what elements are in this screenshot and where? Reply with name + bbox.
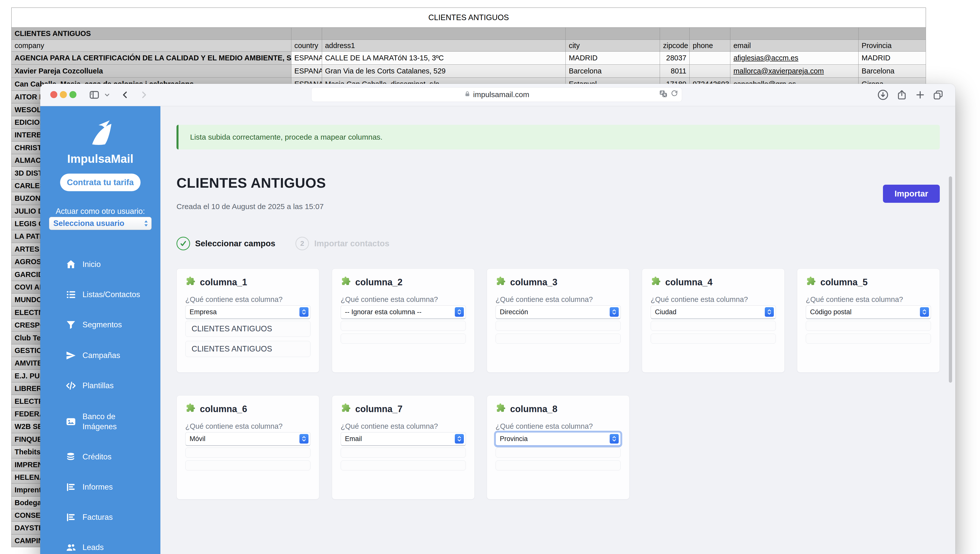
table-row: Xavier Pareja CozcolluelaESPANAGran Via … [11, 65, 926, 78]
user-select-value: Selecciona usuario [53, 219, 124, 228]
puzzle-icon [806, 276, 816, 289]
sidebar-item-informes[interactable]: Informes [65, 479, 113, 495]
card-title: columna_2 [340, 276, 402, 289]
brand-name: ImpulsaMail [40, 152, 161, 166]
column-type-select-columna_1[interactable]: Empresa [185, 305, 310, 319]
band-cell [566, 28, 660, 40]
home-icon [65, 259, 76, 270]
forward-button[interactable] [139, 84, 149, 106]
chevron-down-icon[interactable] [103, 84, 111, 106]
translate-icon[interactable] [659, 90, 668, 100]
card-title-text: columna_6 [200, 404, 247, 414]
band-cell: CLIENTES ANTIGUOS [11, 28, 291, 40]
column-type-select-columna_2[interactable]: -- Ignorar esta columna -- [340, 305, 466, 319]
data-cell: 8011 [660, 65, 690, 78]
column-question: ¿Qué contiene esta columna? [496, 295, 593, 304]
data-cell: Gran Via de les Corts Catalanes, 529 [322, 65, 566, 78]
card-title-text: columna_8 [510, 404, 557, 414]
card-title: columna_5 [806, 276, 868, 289]
sidebar-item-leads[interactable]: Leads [65, 540, 103, 554]
band-cell [859, 28, 926, 40]
data-cell: mallorca@xavierpareja.com [730, 65, 859, 78]
band-cell [291, 28, 322, 40]
coins-icon [65, 451, 76, 462]
download-icon[interactable] [877, 84, 889, 106]
url-text: impulsamail.com [473, 90, 529, 99]
band-cell [730, 28, 859, 40]
data-cell: Xavier Pareja Cozcolluela [11, 65, 291, 78]
step1-check-icon [177, 237, 190, 250]
header-cell: country [291, 40, 322, 51]
band-cell [322, 28, 566, 40]
header-cell: email [730, 40, 859, 51]
card-title: columna_3 [496, 276, 557, 289]
header-cell: address1 [322, 40, 566, 51]
step1-label: Seleccionar campos [195, 239, 275, 248]
select-value: -- Ignorar esta columna -- [345, 308, 422, 316]
created-date: Creada el 10 de August de 2025 a las 15:… [177, 202, 324, 211]
table-row: AGENCIA PARA LA CERTIFICACIÓN DE LA CALI… [11, 51, 926, 65]
sidebar-item-segmentos[interactable]: Segmentos [65, 317, 122, 332]
card-title-text: columna_3 [510, 277, 557, 287]
back-button[interactable] [120, 84, 130, 106]
sample-value-box: CLIENTES ANTIGUOS [185, 341, 310, 357]
column-type-select-columna_4[interactable]: Ciudad [651, 305, 776, 319]
scrollbar-thumb[interactable] [949, 176, 952, 383]
close-window-button[interactable] [50, 91, 57, 98]
puzzle-icon [496, 276, 506, 289]
code-icon [65, 380, 76, 391]
contrata-tarifa-button[interactable]: Contrata tu tarifa [60, 174, 140, 191]
select-stepper-icon [455, 307, 464, 317]
select-arrows-icon [144, 220, 148, 227]
column-type-select-columna_7[interactable]: Email [340, 432, 466, 446]
select-value: Provincia [500, 435, 528, 443]
share-icon[interactable] [896, 84, 908, 106]
reload-icon[interactable] [671, 90, 678, 99]
sidebar-item-banco-de-im-genes[interactable]: Banco de Imágenes [65, 410, 145, 433]
sidebar-item-listas-contactos[interactable]: Listas/Contactos [65, 287, 140, 302]
column-type-select-columna_8[interactable]: Provincia [496, 432, 621, 446]
browser-window: impulsamail.com [40, 84, 955, 554]
puzzle-icon [340, 276, 351, 289]
header-cell: company [11, 40, 291, 51]
column-question: ¿Qué contiene esta columna? [340, 422, 438, 431]
data-cell: AGENCIA PARA LA CERTIFICACIÓN DE LA CALI… [11, 51, 291, 65]
sidebar-toggle-icon[interactable] [89, 84, 100, 106]
bar-chart-icon [65, 512, 76, 523]
zoom-window-button[interactable] [69, 91, 76, 98]
select-stepper-icon [610, 307, 619, 317]
sidebar-item-label: Segmentos [83, 320, 122, 330]
bar-chart-icon [65, 482, 76, 493]
sidebar-item-label: Banco de Imágenes [83, 412, 145, 432]
select-value: Empresa [189, 308, 217, 316]
success-alert-text: Lista subida correctamente, procede a ma… [190, 133, 382, 141]
column-question: ¿Qué contiene esta columna? [806, 295, 903, 304]
column-type-select-columna_6[interactable]: Móvil [185, 432, 310, 446]
sample-value-box [340, 334, 466, 344]
column-type-select-columna_3[interactable]: Dirección [496, 305, 621, 319]
tab-overview-icon[interactable] [932, 84, 944, 106]
new-tab-icon[interactable] [915, 84, 926, 106]
minimize-window-button[interactable] [60, 91, 67, 98]
column-question: ¿Qué contiene esta columna? [185, 422, 283, 431]
window-body: ImpulsaMail Contrata tu tarifa Actuar co… [40, 106, 955, 554]
importar-button[interactable]: Importar [883, 185, 940, 203]
data-cell: MADRID [566, 51, 660, 65]
image-icon [65, 416, 76, 427]
sidebar-item-cr-ditos[interactable]: Créditos [65, 449, 111, 465]
mapping-card-columna_3: columna_3¿Qué contiene esta columna?Dire… [487, 268, 630, 373]
select-stepper-icon [610, 434, 619, 444]
user-select[interactable]: Selecciona usuario [49, 217, 151, 230]
data-cell: afiglesias@accm.es [730, 51, 859, 65]
sidebar-item-inicio[interactable]: Inicio [65, 257, 100, 272]
column-type-select-columna_5[interactable]: Código postal [806, 305, 931, 319]
sidebar-item-campa-as[interactable]: Campañas [65, 348, 120, 363]
select-value: Móvil [189, 435, 205, 443]
card-title-text: columna_1 [200, 277, 247, 287]
address-bar[interactable]: impulsamail.com [311, 87, 682, 102]
column-question: ¿Qué contiene esta columna? [651, 295, 748, 304]
header-cell: phone [690, 40, 730, 51]
mapping-card-columna_2: columna_2¿Qué contiene esta columna?-- I… [332, 268, 475, 373]
sidebar-item-facturas[interactable]: Facturas [65, 510, 113, 525]
sidebar-item-plantillas[interactable]: Plantillas [65, 378, 114, 393]
